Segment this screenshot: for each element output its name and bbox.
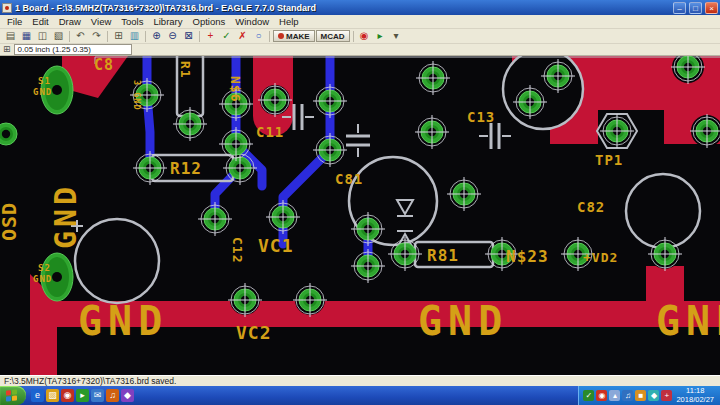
- volume-icon[interactable]: ♫: [622, 390, 633, 401]
- pcb-label: OSD: [0, 202, 21, 241]
- stop-icon[interactable]: ◉: [357, 30, 372, 43]
- menu-tools[interactable]: Tools: [116, 16, 148, 27]
- start-button[interactable]: [0, 386, 26, 405]
- pcb-pad-hole: [52, 272, 62, 282]
- pcb-trace-top: [646, 266, 684, 301]
- pcb-label: C82: [577, 199, 605, 215]
- pcb-label: C13: [467, 109, 495, 125]
- menu-view[interactable]: View: [86, 16, 116, 27]
- zoom-in-icon[interactable]: ⊕: [149, 30, 164, 43]
- quick-launch: e▨◉▸✉♫◆: [26, 389, 139, 402]
- mcad-button[interactable]: MCAD: [316, 30, 350, 42]
- alert-icon[interactable]: ◉: [596, 390, 607, 401]
- network-icon[interactable]: ◆: [648, 390, 659, 401]
- update-icon[interactable]: ■: [635, 390, 646, 401]
- folder-icon[interactable]: ▨: [46, 389, 59, 402]
- flag-pane: [6, 396, 11, 402]
- info-icon[interactable]: ○: [251, 30, 266, 43]
- window-title: 1 Board - F:\3.5MHZ(TA7316+7320)\TA7316.…: [15, 3, 670, 13]
- status-text: F:\3.5MHZ(TA7316+7320)\TA7316.brd saved.: [4, 376, 176, 386]
- flag-pane: [12, 389, 17, 395]
- toolbar-separator: [107, 31, 108, 42]
- coordinate-display: 0.05 inch (1.25 0.35): [14, 44, 132, 55]
- windows-flag-icon: [6, 389, 17, 401]
- pcb-pad-hole: [52, 85, 62, 95]
- pcb-label: C11: [256, 124, 284, 140]
- make-dot-icon: [278, 33, 284, 39]
- save-icon[interactable]: ▦: [19, 30, 34, 43]
- system-tray: ✓◉▴♫■◆+ 11:18 2018/02/27: [578, 386, 720, 405]
- pcb-label: N$6: [228, 76, 243, 102]
- ie-icon[interactable]: e: [31, 389, 44, 402]
- pcb-label: +VD2: [583, 250, 618, 265]
- toolbar-separator: [199, 31, 200, 42]
- menu-bar: FileEditDrawViewToolsLibraryOptionsWindo…: [0, 15, 720, 29]
- menu-edit[interactable]: Edit: [27, 16, 53, 27]
- eagle-window: 1 Board - F:\3.5MHZ(TA7316+7320)\TA7316.…: [0, 0, 720, 405]
- status-bar: F:\3.5MHZ(TA7316+7320)\TA7316.brd saved.: [0, 375, 720, 386]
- pcb-label: GND: [33, 87, 52, 97]
- pcb-drawing: C8R1N$6C11R12C12VC1VC2C81C13TP1C82R81N$2…: [0, 56, 720, 375]
- player-icon[interactable]: ▸: [76, 389, 89, 402]
- menu-window[interactable]: Window: [230, 16, 274, 27]
- print-icon[interactable]: ◫: [35, 30, 50, 43]
- taskbar: e▨◉▸✉♫◆ ✓◉▴♫■◆+ 11:18 2018/02/27: [0, 386, 720, 405]
- toolbar-separator: [269, 31, 270, 42]
- maximize-button[interactable]: □: [689, 2, 702, 14]
- app-icon: [2, 3, 12, 13]
- pcb-label: N$23: [506, 247, 549, 266]
- grid-settings-icon[interactable]: ⊞: [3, 44, 11, 55]
- pcb-label: GND: [78, 298, 168, 344]
- menu-file[interactable]: File: [2, 16, 27, 27]
- action-toolbar: ▤▦◫▧↶↷⊞▥⊕⊖⊠+✓✗○MAKEMCAD◉▸▾: [0, 29, 720, 44]
- pcb-label: R12: [170, 159, 202, 178]
- health-icon[interactable]: +: [661, 390, 672, 401]
- pcb-trace-top: [30, 301, 57, 375]
- hide-icons-icon[interactable]: ▴: [609, 390, 620, 401]
- mail-icon[interactable]: ✉: [91, 389, 104, 402]
- music-icon[interactable]: ♫: [106, 389, 119, 402]
- clock[interactable]: 11:18 2018/02/27: [674, 387, 716, 404]
- pcb-label: C8: [94, 56, 114, 74]
- undo-icon[interactable]: ↶: [73, 30, 88, 43]
- pcb-label: GND: [418, 298, 508, 344]
- pcb-label: GND: [33, 274, 52, 284]
- eagle-icon[interactable]: ◉: [61, 389, 74, 402]
- pcb-label: S2: [38, 263, 51, 273]
- parameter-toolbar: ⊞ 0.05 inch (1.25 0.35): [0, 44, 720, 56]
- make-button[interactable]: MAKE: [273, 30, 315, 42]
- menu-library[interactable]: Library: [148, 16, 187, 27]
- pcb-label: C81: [335, 171, 363, 187]
- run-icon[interactable]: ▸: [373, 30, 388, 43]
- menu-draw[interactable]: Draw: [54, 16, 86, 27]
- export-image-icon[interactable]: ▧: [51, 30, 66, 43]
- pcb-label: S1: [38, 76, 51, 86]
- tray-icons: ✓◉▴♫■◆+: [583, 390, 672, 401]
- flag-pane: [12, 395, 17, 401]
- pcb-label: 3 GND: [132, 80, 142, 111]
- redo-icon[interactable]: ↷: [89, 30, 104, 43]
- errors-icon[interactable]: ✗: [235, 30, 250, 43]
- toolbar-separator: [145, 31, 146, 42]
- open-icon[interactable]: ▤: [3, 30, 18, 43]
- menu-options[interactable]: Options: [188, 16, 231, 27]
- minimize-button[interactable]: –: [673, 2, 686, 14]
- tool-icon[interactable]: ◆: [121, 389, 134, 402]
- toolbar-separator: [69, 31, 70, 42]
- layers-icon[interactable]: ▥: [127, 30, 142, 43]
- antivirus-icon[interactable]: ✓: [583, 390, 594, 401]
- ratsnest-icon[interactable]: +: [203, 30, 218, 43]
- pcb-label: TP1: [595, 152, 623, 168]
- pcb-label: GND: [48, 183, 83, 249]
- drc-icon[interactable]: ✓: [219, 30, 234, 43]
- dropdown-icon[interactable]: ▾: [389, 30, 404, 43]
- grid-icon[interactable]: ⊞: [111, 30, 126, 43]
- pcb-pad-hole: [2, 130, 10, 138]
- titlebar: 1 Board - F:\3.5MHZ(TA7316+7320)\TA7316.…: [0, 0, 720, 15]
- zoom-out-icon[interactable]: ⊖: [165, 30, 180, 43]
- pcb-label: VC2: [236, 322, 272, 343]
- close-button[interactable]: ×: [705, 2, 718, 14]
- menu-help[interactable]: Help: [274, 16, 304, 27]
- zoom-fit-icon[interactable]: ⊠: [181, 30, 196, 43]
- pcb-canvas[interactable]: C8R1N$6C11R12C12VC1VC2C81C13TP1C82R81N$2…: [0, 56, 720, 375]
